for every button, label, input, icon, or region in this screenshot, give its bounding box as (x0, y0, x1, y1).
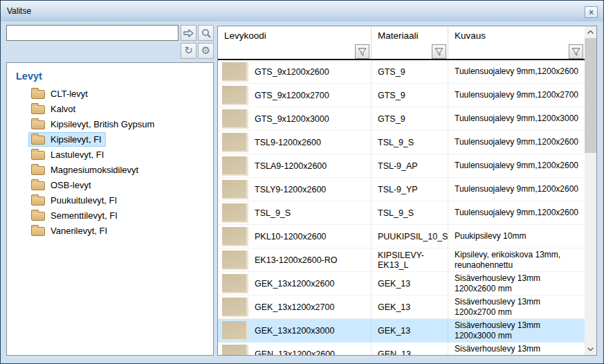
table-row[interactable]: GEK_13x1200x2700 GEK_13 Sisäverhouslevy … (218, 295, 585, 319)
column-filter-button[interactable] (355, 44, 369, 59)
tree-item-label: CLT-levyt (51, 89, 88, 99)
board-description: Sisäverhouslevy 13mm 1200x2700 mm (455, 297, 583, 318)
column-filter-button[interactable] (569, 44, 583, 59)
board-description: Puukipsilevy 10mm (455, 231, 526, 242)
table-row[interactable]: TSL_9_S TSL_9_S Tuulensuojalevy 9mm,1200… (218, 201, 585, 225)
board-code: GEK_13x1200x2600 (255, 279, 334, 289)
table-row[interactable]: GEK_13x1200x3000 GEK_13 Sisäverhouslevy … (218, 319, 585, 343)
board-code: TSLY9-1200x2600 (255, 185, 326, 194)
titlebar[interactable]: Valitse (1, 1, 603, 21)
tree-item-label: Lastulevyt, FI (51, 149, 104, 160)
material-cell: GTS_9 (372, 60, 448, 84)
tree-item-label: Sementtilevyt, FI (51, 210, 118, 221)
board-thumbnail (222, 274, 248, 293)
board-code: TSLA9-1200x2600 (255, 161, 327, 171)
board-material: TSL-9_AP (378, 161, 418, 171)
description-cell: Sisäverhouslevy 13mm 1200x3000 mm (448, 319, 585, 343)
refresh-button[interactable]: ↻ (181, 43, 196, 59)
search-row (6, 25, 214, 41)
settings-button[interactable]: ⚙ (198, 43, 214, 59)
tree-item[interactable]: OSB-levyt (28, 178, 95, 192)
tree-item[interactable]: Puukuitulevyt, FI (28, 193, 121, 208)
table-row[interactable]: TSLY9-1200x2600 TSL-9_YP Tuulensuojalevy… (218, 178, 585, 201)
chevron-up-icon (587, 30, 594, 34)
tree-item[interactable]: CLT-levyt (28, 87, 92, 101)
tree-item[interactable]: Vanerilevyt, FI (28, 224, 111, 238)
material-cell: TSL-9_AP (372, 154, 448, 178)
scroll-down-button[interactable] (585, 343, 596, 355)
table-row[interactable]: PKL10-1200x2600 PUUKIPSIL_10_S Puukipsil… (218, 225, 585, 248)
folder-icon (31, 136, 45, 145)
table-row[interactable]: TSL9-1200x2600 TSL_9_S Tuulensuojalevy 9… (218, 131, 585, 154)
code-cell: GEK_13x1200x2700 (218, 295, 372, 319)
table-row[interactable]: TSLA9-1200x2600 TSL-9_AP Tuulensuojalevy… (218, 154, 585, 178)
column-filter-button[interactable] (432, 44, 446, 59)
tree-item-label: Puukuitulevyt, FI (51, 195, 117, 206)
tree-item[interactable]: Kalvot (28, 102, 80, 116)
scrollbar-thumb[interactable] (585, 38, 596, 153)
search-button[interactable] (198, 25, 214, 41)
column-header-label: Materiaali (378, 30, 419, 41)
board-table-panel: Levykoodi Materiaali Kuvaus GTS_9x1200x2… (217, 26, 597, 356)
table-row[interactable]: GTS_9x1200x3000 GTS_9 Tuulensuojalevy 9m… (218, 107, 585, 131)
board-thumbnail (222, 251, 248, 270)
table-row[interactable]: EK13-1200x2600-RO KIPSILEVY-EK13_L Kipsi… (218, 248, 585, 272)
board-material: TSL_9_S (378, 138, 414, 147)
table-row[interactable]: GTS_9x1200x2600 GTS_9 Tuulensuojalevy 9m… (218, 60, 585, 84)
table-body: GTS_9x1200x2600 GTS_9 Tuulensuojalevy 9m… (218, 60, 585, 355)
board-code: GEK_13x1200x3000 (255, 326, 334, 336)
board-material: KIPSILEVY-EK13_L (378, 251, 445, 270)
board-code: TSL9-1200x2600 (255, 138, 321, 147)
close-button[interactable]: × (585, 6, 598, 18)
description-cell: Sisäverhouslevy 13mm 1200x2600 mm (448, 272, 585, 295)
table-row[interactable]: GTS_9x1200x2700 GTS_9 Tuulensuojalevy 9m… (218, 84, 585, 107)
board-description: Kipsilevy, erikoiskova 13mm, reunaohenne… (455, 250, 583, 271)
material-cell: GEK_13 (372, 319, 448, 343)
funnel-icon (434, 48, 443, 56)
board-material: GEN_13 (378, 349, 411, 356)
go-button[interactable] (181, 25, 196, 41)
chevron-down-icon (587, 347, 594, 351)
board-description: Tuulensuojalevy 9mm,1200x2600 (455, 66, 578, 77)
table-area: Levykoodi Materiaali Kuvaus GTS_9x1200x2… (218, 26, 585, 355)
vertical-scrollbar[interactable] (585, 26, 596, 355)
tree-item[interactable]: Lastulevyt, FI (28, 147, 108, 162)
code-cell: PKL10-1200x2600 (218, 225, 372, 248)
board-material: PUUKIPSIL_10_S (378, 232, 448, 242)
tree-item[interactable]: Magnesiumoksidilevyt (28, 163, 143, 177)
table-row[interactable]: GEN_13x1200x2600 GEN_13 Sisäverhouslevy … (218, 343, 585, 355)
material-cell: GEN_13 (372, 343, 448, 355)
description-cell: Sisäverhouslevy 13mm 1200x2700 mm (448, 295, 585, 319)
board-thumbnail (222, 345, 248, 356)
table-row[interactable]: GEK_13x1200x2600 GEK_13 Sisäverhouslevy … (218, 272, 585, 295)
search-input[interactable] (6, 25, 179, 41)
column-header[interactable]: Levykoodi (218, 26, 372, 59)
board-description: Tuulensuojalevy 9mm,1200x2600 (455, 208, 578, 218)
column-header-label: Kuvaus (455, 30, 486, 41)
description-cell: Tuulensuojalevy 9mm,1200x2700 (448, 84, 585, 107)
tree-item[interactable]: Kipsilevyt, FI (28, 132, 106, 147)
column-header[interactable]: Kuvaus (448, 26, 585, 59)
folder-icon (31, 212, 45, 221)
material-cell: GTS_9 (372, 107, 448, 131)
tree-item-label: Magnesiumoksidilevyt (51, 165, 138, 175)
board-material: GTS_9 (378, 91, 405, 100)
board-material: TSL-9_YP (378, 185, 418, 194)
tree-toolbar: ↻ ⚙ (6, 43, 214, 59)
board-thumbnail (222, 227, 248, 246)
board-thumbnail (222, 321, 248, 340)
tree-item[interactable]: Kipsilevyt, British Gypsum (28, 117, 158, 131)
folder-tree-list: CLT-levyt Kalvot Kipsilevyt, British Gyp… (7, 87, 213, 238)
material-cell: TSL_9_S (372, 201, 448, 225)
folder-icon (31, 120, 45, 129)
description-cell: Sisäverhouslevy 13mm 1200x2600 mm (448, 343, 585, 355)
board-material: TSL_9_S (378, 208, 414, 218)
funnel-icon (358, 48, 367, 56)
board-description: Tuulensuojalevy 9mm,1200x2600 (455, 137, 578, 147)
material-cell: PUUKIPSIL_10_S (372, 225, 448, 248)
scroll-up-button[interactable] (585, 26, 596, 38)
board-code: EK13-1200x2600-RO (255, 255, 338, 265)
code-cell: GTS_9x1200x3000 (218, 107, 372, 131)
tree-item[interactable]: Sementtilevyt, FI (28, 208, 122, 223)
column-header[interactable]: Materiaali (372, 26, 448, 59)
